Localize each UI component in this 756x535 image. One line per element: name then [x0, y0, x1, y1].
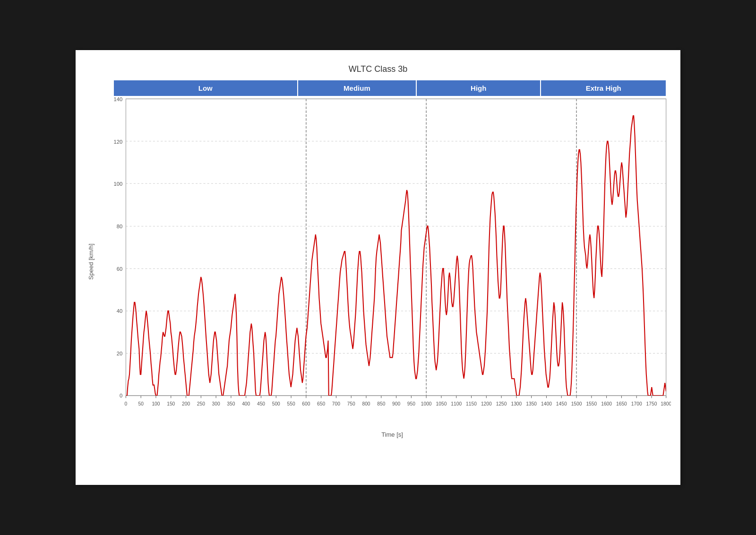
svg-text:500: 500 [272, 401, 280, 406]
svg-text:650: 650 [317, 401, 325, 406]
phase-extra-high: Extra High [541, 80, 666, 96]
svg-text:1350: 1350 [526, 401, 537, 406]
svg-text:1800: 1800 [661, 401, 671, 406]
svg-text:1750: 1750 [646, 401, 657, 406]
svg-text:800: 800 [362, 401, 370, 406]
svg-text:1400: 1400 [541, 401, 552, 406]
svg-text:1300: 1300 [511, 401, 522, 406]
svg-text:60: 60 [117, 266, 123, 272]
svg-text:80: 80 [117, 224, 123, 229]
svg-text:1600: 1600 [601, 401, 612, 406]
phase-low: Low [113, 80, 298, 96]
svg-text:150: 150 [167, 401, 175, 406]
phase-medium: Medium [298, 80, 417, 96]
svg-text:20: 20 [117, 351, 123, 356]
chart-area: Speed [km/h] [85, 96, 671, 427]
svg-text:1150: 1150 [466, 401, 477, 406]
svg-text:120: 120 [113, 139, 122, 145]
svg-text:700: 700 [332, 401, 340, 406]
speed-chart: 0 20 40 60 80 100 120 140 [99, 96, 671, 427]
svg-text:0: 0 [120, 393, 122, 398]
svg-text:1000: 1000 [421, 401, 432, 406]
chart-inner: 0 20 40 60 80 100 120 140 [99, 96, 671, 427]
svg-text:100: 100 [152, 401, 160, 406]
phase-labels: Low Medium High Extra High [113, 80, 666, 96]
svg-text:200: 200 [182, 401, 190, 406]
svg-text:600: 600 [302, 401, 310, 406]
svg-text:1500: 1500 [571, 401, 582, 406]
svg-text:950: 950 [407, 401, 415, 406]
x-axis-label: Time [s] [113, 431, 671, 438]
svg-text:1450: 1450 [556, 401, 567, 406]
phase-high: High [416, 80, 541, 96]
svg-text:1200: 1200 [481, 401, 492, 406]
svg-text:1550: 1550 [586, 401, 597, 406]
svg-text:100: 100 [113, 181, 122, 187]
svg-text:0: 0 [125, 401, 128, 406]
svg-text:450: 450 [257, 401, 265, 406]
svg-text:750: 750 [347, 401, 355, 406]
svg-text:140: 140 [113, 96, 122, 102]
y-axis-label: Speed [km/h] [85, 96, 97, 427]
chart-title: WLTC Class 3b [85, 64, 671, 74]
svg-text:300: 300 [212, 401, 220, 406]
svg-text:350: 350 [227, 401, 235, 406]
svg-text:50: 50 [138, 401, 144, 406]
svg-text:1250: 1250 [496, 401, 507, 406]
svg-text:1700: 1700 [631, 401, 642, 406]
svg-text:850: 850 [377, 401, 385, 406]
svg-text:550: 550 [287, 401, 295, 406]
svg-text:40: 40 [117, 308, 123, 314]
svg-text:900: 900 [392, 401, 400, 406]
svg-text:250: 250 [197, 401, 205, 406]
chart-container: WLTC Class 3b Low Medium High Extra High… [76, 50, 680, 485]
svg-text:1050: 1050 [436, 401, 447, 406]
svg-text:1100: 1100 [451, 401, 462, 406]
svg-text:1650: 1650 [616, 401, 627, 406]
svg-text:400: 400 [242, 401, 250, 406]
